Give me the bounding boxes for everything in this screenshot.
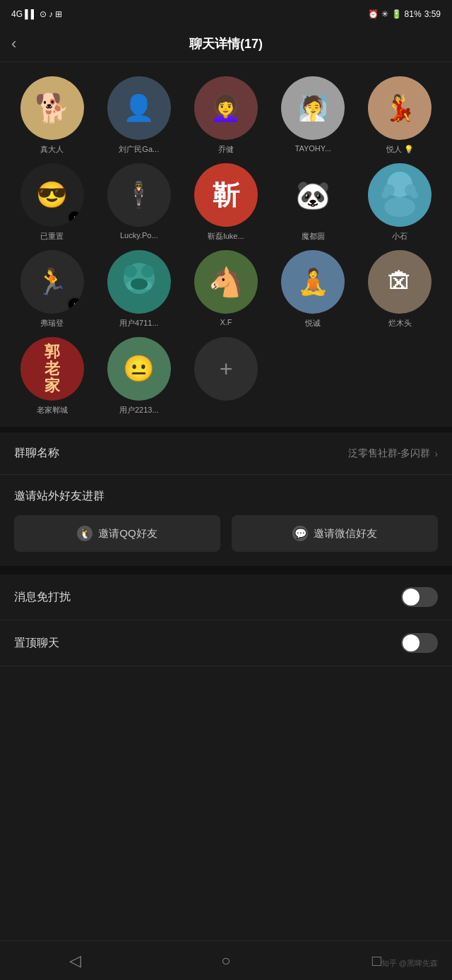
status-bar: 4G ▌▌ ⊙ ♪ ⊞ ⏰ ✳ 🔋 81% 3:59 [0, 0, 452, 25]
member-item[interactable]: 🧘 悦诚 [273, 250, 354, 329]
svg-point-8 [141, 265, 154, 278]
member-name: 真大人 [40, 144, 64, 155]
invite-qq-label: 邀请QQ好友 [98, 527, 157, 541]
settings-section: 群聊名称 泛零售社群-多闪群 › 邀请站外好友进群 🐧 邀请QQ好友 💬 邀请微… [0, 432, 452, 666]
plus-icon: + [220, 356, 233, 382]
battery-percent: 81% [405, 9, 422, 19]
pin-toggle[interactable] [401, 633, 438, 653]
status-right: ⏰ ✳ 🔋 81% 3:59 [368, 9, 441, 19]
svg-point-1 [384, 197, 415, 217]
invite-qq-button[interactable]: 🐧 邀请QQ好友 [14, 515, 220, 552]
invite-section: 邀请站外好友进群 🐧 邀请QQ好友 💬 邀请微信好友 [0, 475, 452, 566]
svg-point-4 [381, 191, 388, 199]
pin-label: 置顶聊天 [14, 636, 59, 651]
member-avatar [368, 163, 432, 227]
svg-point-11 [131, 278, 148, 290]
page-title: 聊天详情(17) [189, 35, 263, 52]
member-name: X.F [220, 318, 232, 326]
member-avatar: 🐴 [194, 250, 258, 314]
member-name: 魔都圆 [302, 231, 325, 242]
member-avatar: 👤 [107, 76, 171, 140]
member-avatar: 郭老家 [20, 337, 84, 401]
member-item[interactable]: 😐 用户2213... [98, 337, 179, 415]
svg-point-7 [124, 265, 137, 278]
member-item[interactable]: 😎 ♪ 已重置 [11, 163, 93, 242]
invite-title: 邀请站外好友进群 [14, 489, 438, 504]
member-name: 悦诚 [305, 318, 321, 329]
member-avatar: 💃 [368, 76, 432, 140]
alarm-icon: ⏰ [368, 9, 379, 19]
member-name: 小石 [392, 231, 408, 242]
group-name-label: 群聊名称 [14, 446, 59, 461]
invite-buttons: 🐧 邀请QQ好友 💬 邀请微信好友 [14, 515, 438, 552]
member-item[interactable]: 👤 刘广民Ga... [98, 76, 179, 155]
member-item[interactable]: 🐼 魔都圆 [273, 163, 354, 242]
member-item[interactable]: 🏃 ♪ 弗瑞登 [11, 250, 93, 329]
member-name: 老家郸城 [37, 405, 68, 415]
wechat-icon: 💬 [292, 526, 308, 541]
member-avatar: 🧘 [281, 250, 345, 314]
mute-row: 消息免打扰 [0, 574, 452, 620]
qq-icon: 🐧 [77, 526, 93, 541]
nav-back-button[interactable]: ◁ [54, 947, 97, 975]
chevron-right-icon: › [434, 448, 438, 459]
group-name-value: 泛零售社群-多闪群 [348, 447, 431, 460]
add-member-button[interactable]: + [194, 337, 258, 401]
member-avatar: 🏃 ♪ [20, 250, 84, 314]
member-name: Lucky.Po... [120, 231, 158, 240]
member-item[interactable]: 小石 [359, 163, 441, 242]
nav-home-button[interactable]: ○ [205, 947, 247, 975]
member-avatar [107, 250, 171, 314]
time-display: 3:59 [424, 9, 441, 19]
mute-toggle-knob [403, 589, 420, 606]
group-name-row[interactable]: 群聊名称 泛零售社群-多闪群 › [0, 432, 452, 475]
member-avatar: 😎 ♪ [20, 163, 84, 227]
member-avatar: 🐼 [281, 163, 345, 227]
tiktok-badge: ♪ [67, 297, 83, 312]
member-avatar: 🕴 [107, 163, 171, 227]
member-item[interactable]: 🐴 X.F [185, 250, 266, 329]
member-item[interactable]: 🧖 TAYOHY... [273, 76, 354, 155]
page-header: ‹ 聊天详情(17) [0, 25, 452, 62]
pin-row: 置顶聊天 [0, 620, 452, 666]
member-name: 靳磊luke... [208, 231, 244, 242]
members-grid: 🐕 真大人 👤 刘广民Ga... 👩‍🦱 乔健 🧖 TAYOHY... 💃 悦人… [11, 76, 441, 415]
tiktok-badge: ♪ [67, 210, 83, 225]
member-name: 已重置 [40, 231, 64, 242]
member-name: TAYOHY... [295, 144, 331, 153]
member-name: 用户4711... [119, 318, 159, 329]
invite-wechat-label: 邀请微信好友 [314, 527, 377, 541]
member-avatar: 靳 [194, 163, 258, 227]
mute-toggle[interactable] [401, 587, 438, 607]
watermark: 知乎 @黑啤先森 [381, 958, 438, 969]
pin-toggle-knob [403, 634, 420, 651]
section-gap [0, 566, 452, 574]
member-avatar: 😐 [107, 337, 171, 401]
section-divider-1 [0, 427, 452, 432]
status-signal: 4G ▌▌ ⊙ ♪ ⊞ [11, 9, 62, 19]
back-button[interactable]: ‹ [11, 35, 16, 53]
group-name-value-container: 泛零售社群-多闪群 › [348, 447, 438, 460]
member-avatar: 👩‍🦱 [194, 76, 258, 140]
member-name: 用户2213... [119, 405, 159, 415]
member-name: 悦人 💡 [386, 144, 414, 155]
invite-wechat-button[interactable]: 💬 邀请微信好友 [232, 515, 438, 552]
member-item[interactable]: 🏚 烂木头 [359, 250, 441, 329]
member-item[interactable]: 靳 靳磊luke... [185, 163, 266, 242]
member-name: 乔健 [218, 144, 234, 155]
member-item[interactable]: 用户4711... [98, 250, 179, 329]
members-section: 🐕 真大人 👤 刘广民Ga... 👩‍🦱 乔健 🧖 TAYOHY... 💃 悦人… [0, 62, 452, 427]
member-name: 刘广民Ga... [119, 144, 159, 155]
member-name: 烂木头 [388, 318, 412, 329]
svg-point-5 [411, 191, 418, 199]
battery-icon: 🔋 [391, 9, 402, 19]
member-name: 弗瑞登 [40, 318, 64, 329]
member-item[interactable]: 🐕 真大人 [11, 76, 93, 155]
member-avatar: 🐕 [20, 76, 84, 140]
member-item[interactable]: 👩‍🦱 乔健 [185, 76, 266, 155]
member-item[interactable]: 🕴 Lucky.Po... [98, 163, 179, 242]
member-item[interactable]: 郭老家 老家郸城 [11, 337, 93, 415]
add-member-item[interactable]: + [185, 337, 266, 415]
member-item[interactable]: 💃 悦人 💡 [359, 76, 441, 155]
mute-label: 消息免打扰 [14, 590, 71, 605]
